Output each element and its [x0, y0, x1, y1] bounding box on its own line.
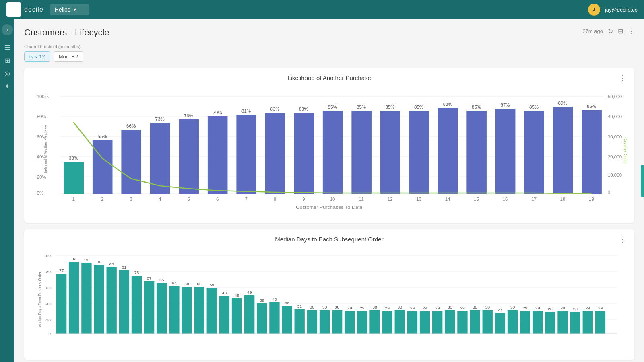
- bar-4: [150, 123, 170, 194]
- brand-name: decile: [24, 6, 43, 13]
- svg-text:40: 40: [46, 302, 51, 306]
- chart2-bars: 77 92 91 88 86 81 75 67 65 62 60 60 59 4…: [56, 257, 605, 334]
- bar-8: [265, 113, 285, 194]
- svg-text:100%: 100%: [37, 95, 49, 99]
- svg-rect-97: [194, 287, 204, 334]
- svg-text:30: 30: [473, 305, 477, 309]
- bar-12: [380, 111, 400, 194]
- svg-rect-105: [244, 295, 254, 334]
- svg-rect-125: [369, 310, 380, 334]
- svg-text:81%: 81%: [242, 109, 251, 113]
- sidebar-item-1[interactable]: ☰: [2, 42, 13, 53]
- svg-text:50,000: 50,000: [608, 95, 622, 99]
- svg-text:81: 81: [122, 265, 127, 269]
- bar-9: [294, 113, 314, 194]
- svg-text:15: 15: [474, 197, 479, 202]
- svg-text:Median Days From Previous Orde: Median Days From Previous Order: [37, 272, 42, 328]
- sidebar-item-3[interactable]: ◎: [2, 68, 13, 79]
- svg-rect-115: [307, 310, 317, 334]
- svg-text:89%: 89%: [558, 101, 567, 105]
- svg-rect-93: [169, 286, 179, 334]
- svg-text:14: 14: [445, 197, 450, 202]
- sidebar-item-2[interactable]: ⊞: [2, 55, 13, 66]
- chart1-wrapper: 100% 80% 60% 40% 20% 0% Likelihood of An…: [32, 86, 626, 216]
- svg-rect-83: [107, 267, 117, 334]
- filter-chip-1[interactable]: is < 12: [24, 51, 50, 62]
- chevron-right-icon: ›: [6, 27, 8, 33]
- svg-text:30,000: 30,000: [608, 135, 622, 139]
- chevron-down-icon: ▾: [74, 7, 76, 12]
- svg-rect-75: [56, 274, 66, 334]
- filter-chip-more[interactable]: More • 2: [54, 51, 84, 62]
- svg-rect-145: [495, 313, 505, 334]
- bar-6: [208, 116, 228, 194]
- bar-2: [93, 140, 113, 194]
- svg-rect-159: [583, 311, 593, 334]
- svg-text:65: 65: [159, 278, 164, 282]
- bar-13: [409, 111, 429, 194]
- svg-text:79%: 79%: [213, 111, 222, 115]
- filter-icon[interactable]: ⊟: [618, 27, 623, 35]
- svg-text:30: 30: [322, 305, 327, 309]
- refresh-icon[interactable]: ↻: [608, 27, 613, 35]
- nav-left: decile Helios ▾: [6, 2, 89, 17]
- timestamp: 27m ago: [582, 28, 603, 34]
- bar-10: [323, 111, 343, 194]
- bar-17: [524, 111, 544, 194]
- svg-text:85%: 85%: [472, 105, 481, 109]
- chart1-menu[interactable]: ⋮: [619, 74, 626, 82]
- svg-text:88: 88: [97, 260, 101, 264]
- svg-text:6: 6: [216, 197, 219, 202]
- chart1-header: Likelihood of Another Purchase ⋮: [32, 74, 626, 81]
- chart2-menu[interactable]: ⋮: [619, 235, 626, 244]
- svg-rect-99: [207, 288, 217, 334]
- svg-text:85%: 85%: [386, 105, 395, 109]
- sidebar-item-4[interactable]: ♦: [2, 80, 13, 92]
- sidebar-items: ☰ ⊞ ◎ ♦: [2, 42, 13, 92]
- svg-rect-161: [595, 311, 605, 334]
- svg-rect-117: [320, 310, 330, 334]
- nav-right: J jay@decile.co: [588, 4, 638, 16]
- top-navigation: decile Helios ▾ J jay@decile.co: [0, 0, 644, 19]
- svg-text:91: 91: [84, 258, 89, 262]
- bar-11: [351, 111, 372, 194]
- svg-rect-109: [269, 302, 279, 334]
- svg-text:88%: 88%: [443, 102, 452, 107]
- content-area: Customers - Lifecycle 27m ago ↻ ⊟ ⋮ Chur…: [14, 19, 644, 362]
- svg-rect-147: [508, 310, 518, 334]
- project-selector[interactable]: Helios ▾: [50, 4, 89, 15]
- bar-14: [438, 108, 458, 194]
- svg-rect-77: [69, 262, 79, 334]
- svg-text:29: 29: [598, 306, 603, 310]
- page-title: Customers - Lifecycle: [24, 27, 109, 38]
- svg-text:80: 80: [46, 270, 51, 274]
- avatar: J: [588, 4, 600, 16]
- svg-text:31: 31: [297, 304, 302, 309]
- svg-text:10: 10: [330, 197, 335, 202]
- chart1-svg: 100% 80% 60% 40% 20% 0% Likelihood of An…: [32, 86, 626, 215]
- svg-rect-113: [295, 309, 305, 334]
- sidebar-toggle[interactable]: ›: [2, 24, 13, 35]
- svg-rect-119: [332, 310, 342, 334]
- svg-text:0%: 0%: [37, 191, 44, 195]
- brand-logo: decile: [6, 2, 43, 17]
- svg-text:7: 7: [245, 197, 247, 202]
- svg-rect-133: [420, 311, 430, 334]
- svg-text:1: 1: [72, 197, 74, 202]
- svg-text:55%: 55%: [98, 134, 107, 139]
- svg-text:83%: 83%: [299, 107, 308, 111]
- svg-text:12: 12: [388, 197, 393, 202]
- svg-text:29: 29: [347, 306, 352, 310]
- svg-text:83%: 83%: [270, 107, 280, 111]
- svg-text:85%: 85%: [357, 105, 366, 109]
- bar-15: [466, 111, 487, 194]
- svg-rect-87: [132, 276, 142, 334]
- svg-text:19: 19: [589, 197, 594, 202]
- svg-text:76%: 76%: [184, 114, 193, 118]
- svg-text:9: 9: [302, 197, 305, 202]
- svg-text:28: 28: [573, 307, 578, 311]
- svg-rect-135: [432, 311, 442, 334]
- svg-rect-151: [533, 311, 543, 334]
- brand-icon: [6, 2, 21, 17]
- more-vert-icon[interactable]: ⋮: [628, 27, 634, 35]
